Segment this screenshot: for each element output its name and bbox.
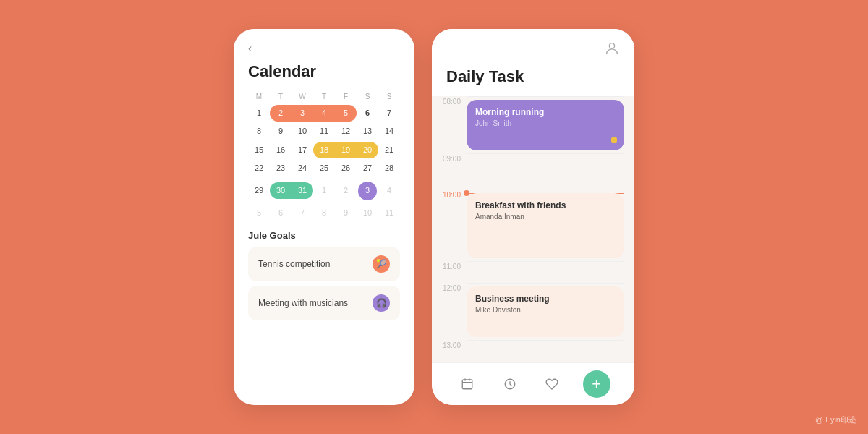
cal-cell-12[interactable]: 12: [335, 123, 357, 140]
goals-section-label: Jule Goals: [248, 230, 400, 241]
time-row-1100: 11:00: [439, 261, 624, 283]
cal-cell-13[interactable]: 13: [357, 123, 378, 140]
time-label-1100: 11:00: [439, 261, 467, 271]
purple-date[interactable]: 3: [358, 182, 377, 200]
cal-cell-w6-5[interactable]: 5: [248, 205, 270, 221]
day-W: W: [292, 91, 313, 102]
back-button[interactable]: ‹: [248, 42, 400, 55]
cal-cell-6[interactable]: 6: [357, 105, 378, 122]
time-content-1400: [467, 362, 624, 362]
cal-cell-3[interactable]: 3: [292, 105, 313, 122]
cal-cell-next-4[interactable]: 4: [378, 182, 400, 199]
cal-cell-16[interactable]: 16: [270, 142, 292, 158]
task-breakfast[interactable]: Breakfast with friends Amanda Inman: [467, 193, 624, 258]
cal-cell-20[interactable]: 20: [357, 142, 378, 158]
cal-cell-17[interactable]: 17: [292, 142, 313, 158]
avatar-icon[interactable]: [604, 41, 620, 60]
task-title-bar: Daily Task: [432, 67, 634, 96]
tennis-icon: 🎾: [373, 255, 390, 273]
calendar-week-1: 1 2 3 4 5 6 7: [248, 105, 400, 122]
cal-cell-4[interactable]: 4: [313, 105, 335, 122]
add-task-button[interactable]: +: [583, 370, 610, 398]
time-row-0800: 08:00 Morning running John Smith: [439, 96, 624, 153]
day-T2: T: [313, 91, 335, 102]
calendar-week-3: 15 16 17 18 19 20 21: [248, 142, 400, 158]
morning-running-sub: John Smith: [475, 119, 616, 127]
cal-cell-next-2[interactable]: 2: [335, 182, 357, 199]
nav-calendar-icon[interactable]: [456, 373, 479, 396]
cal-cell-w6-7[interactable]: 7: [292, 205, 313, 221]
cal-cell-7[interactable]: 7: [378, 105, 400, 122]
goal-tennis-label: Tennis competition: [258, 259, 330, 269]
calendar-days-header: M T W T F S S: [248, 91, 400, 102]
task-timeline: 08:00 Morning running John Smith 09:00: [432, 96, 634, 362]
bottom-nav: +: [432, 362, 634, 405]
time-indicator-dot: [464, 190, 469, 196]
cal-cell-24[interactable]: 24: [292, 160, 313, 176]
cal-cell-25[interactable]: 25: [313, 160, 335, 176]
cal-cell-18[interactable]: 18: [313, 142, 335, 158]
cal-cell-23[interactable]: 23: [270, 160, 292, 176]
task-business-meeting[interactable]: Business meeting Mike Daviston: [467, 286, 624, 337]
cal-cell-1[interactable]: 1: [248, 105, 270, 122]
cal-cell-27[interactable]: 27: [357, 160, 378, 176]
cal-cell-31[interactable]: 31: [292, 182, 313, 199]
cal-cell-next-1[interactable]: 1: [313, 182, 335, 199]
cal-cell-10[interactable]: 10: [292, 123, 313, 140]
task-morning-running[interactable]: Morning running John Smith: [467, 100, 624, 150]
cal-cell-w6-6[interactable]: 6: [270, 205, 292, 221]
svg-rect-1: [463, 380, 473, 389]
cal-cell-2[interactable]: 2: [270, 105, 292, 122]
time-label-0800: 08:00: [439, 96, 467, 106]
nav-heart-icon[interactable]: [540, 373, 563, 396]
time-row-1300: 13:00: [439, 340, 624, 362]
cal-cell-30[interactable]: 30: [270, 182, 292, 199]
cal-cell-purple-3[interactable]: 3: [357, 179, 378, 203]
morning-running-title: Morning running: [475, 107, 616, 117]
cal-cell-w6-9[interactable]: 9: [335, 205, 357, 221]
task-header: [432, 29, 634, 67]
cal-cell-11[interactable]: 11: [313, 123, 335, 140]
day-M: M: [248, 91, 270, 102]
cal-cell-9[interactable]: 9: [270, 123, 292, 140]
daily-task-title: Daily Task: [446, 67, 620, 86]
goal-musicians[interactable]: Meeting with musicians 🎧: [248, 286, 400, 320]
cal-cell-28[interactable]: 28: [378, 160, 400, 176]
cal-cell-8[interactable]: 8: [248, 123, 270, 140]
calendar-title: Calendar: [248, 62, 400, 81]
time-label-1300: 13:00: [439, 340, 467, 349]
time-label-1400: 14:00: [439, 362, 467, 362]
time-row-1000: 10:00 Breakfast with friends Amanda Inma…: [439, 190, 624, 261]
business-meeting-title: Business meeting: [475, 294, 616, 304]
time-label-1200: 12:00: [439, 283, 467, 292]
time-row-0900: 09:00: [439, 153, 624, 190]
cal-cell-w6-8[interactable]: 8: [313, 205, 335, 221]
time-grid: 08:00 Morning running John Smith 09:00: [432, 96, 634, 362]
cal-cell-w6-10[interactable]: 10: [357, 205, 378, 221]
calendar-screen: ‹ Calendar M T W T F S S 1 2 3 4: [234, 29, 414, 405]
cal-cell-w6-11[interactable]: 11: [378, 205, 400, 221]
cal-cell-14[interactable]: 14: [378, 123, 400, 140]
time-label-1000: 10:00: [439, 190, 467, 199]
task-dot-yellow: [611, 137, 617, 143]
cal-cell-5[interactable]: 5: [335, 105, 357, 122]
time-row-1400: 14:00: [439, 362, 624, 362]
time-content-0800: Morning running John Smith: [467, 96, 624, 153]
time-content-0900: [467, 153, 624, 190]
nav-clock-icon[interactable]: [498, 373, 522, 396]
cal-cell-15[interactable]: 15: [248, 142, 270, 158]
goal-tennis[interactable]: Tennis competition 🎾: [248, 247, 400, 281]
breakfast-title: Breakfast with friends: [475, 200, 616, 210]
time-content-1100: [467, 261, 624, 283]
cal-cell-19[interactable]: 19: [335, 142, 357, 158]
cal-cell-26[interactable]: 26: [335, 160, 357, 176]
time-row-1200: 12:00 Business meeting Mike Daviston: [439, 283, 624, 340]
calendar-week-2: 8 9 10 11 12 13 14: [248, 123, 400, 140]
svg-point-0: [609, 43, 614, 48]
day-T1: T: [270, 91, 292, 102]
time-content-1000: Breakfast with friends Amanda Inman: [467, 190, 624, 261]
cal-cell-21[interactable]: 21: [378, 142, 400, 158]
cal-cell-22[interactable]: 22: [248, 160, 270, 176]
cal-cell-29[interactable]: 29: [248, 182, 270, 199]
calendar-week-5: 29 30 31 1 2 3 4: [248, 179, 400, 203]
